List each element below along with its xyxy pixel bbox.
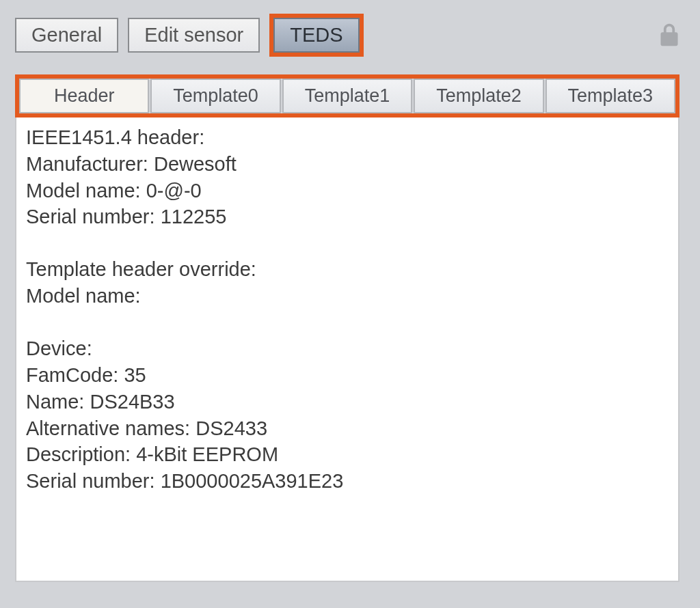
device-name-line: Name: DS24B33 — [26, 389, 669, 415]
override-model-name-line: Model name: — [26, 283, 669, 309]
lock-icon — [659, 23, 679, 47]
device-serial-line: Serial number: 1B0000025A391E23 — [26, 468, 669, 495]
device-header-line: Device: — [26, 335, 669, 362]
highlight-box-sub-tabs: Header Template0 Template1 Template2 Tem… — [15, 74, 679, 118]
template-override-line: Template header override: — [26, 256, 669, 283]
model-name-line: Model name: 0-@-0 — [26, 178, 669, 204]
famcode-line: FamCode: 35 — [26, 362, 669, 389]
subtab-header[interactable]: Header — [19, 79, 149, 113]
tab-teds[interactable]: TEDS — [273, 18, 359, 53]
subtab-template1[interactable]: Template1 — [282, 79, 412, 113]
main-tab-row: General Edit sensor TEDS — [15, 14, 685, 57]
blank-line — [26, 230, 669, 256]
serial-number-line: Serial number: 112255 — [26, 204, 669, 230]
alt-names-line: Alternative names: DS2433 — [26, 415, 669, 442]
subtab-template0[interactable]: Template0 — [150, 79, 280, 113]
tab-general[interactable]: General — [15, 18, 118, 53]
manufacturer-line: Manufacturer: Dewesoft — [26, 151, 669, 178]
description-line: Description: 4-kBit EEPROM — [26, 441, 669, 468]
subtab-template2[interactable]: Template2 — [414, 79, 543, 113]
blank-line — [26, 309, 669, 335]
teds-header-content: IEEE1451.4 header: Manufacturer: Dewesof… — [15, 118, 679, 582]
highlight-box-main-tab: TEDS — [269, 14, 363, 57]
lock-button[interactable] — [659, 23, 685, 47]
ieee-header-line: IEEE1451.4 header: — [26, 124, 669, 151]
subtab-template3[interactable]: Template3 — [546, 79, 675, 113]
tab-edit-sensor[interactable]: Edit sensor — [128, 18, 260, 53]
